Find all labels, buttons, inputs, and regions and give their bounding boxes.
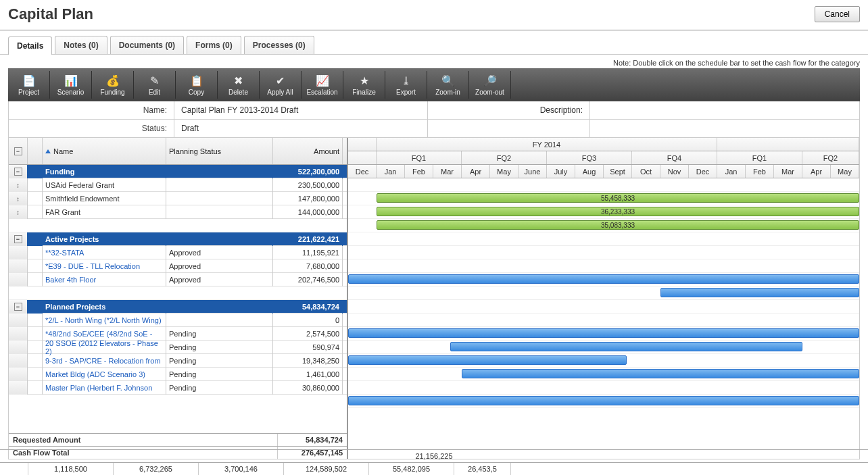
- gantt-bar[interactable]: 55,458,333: [377, 193, 859, 203]
- section-collapse-button[interactable]: −: [14, 303, 22, 311]
- row-name: FAR Grant: [43, 205, 166, 219]
- table-row[interactable]: **32-STATAApproved11,195,921: [9, 246, 347, 259]
- table-row[interactable]: 20 SSOE (2012 Elevators - Phase 2)Pendin…: [9, 341, 347, 354]
- section-title: Planned Projects: [43, 300, 166, 314]
- row-name: *48/2nd SoE/CEE (48/2nd SoE -: [43, 327, 166, 341]
- gantt-bar[interactable]: [348, 274, 859, 284]
- zoom-out-button[interactable]: 🔎Zoom-out: [469, 71, 511, 99]
- row-link[interactable]: *E39 - DUE - TLL Relocation: [45, 262, 140, 270]
- quarter-header: FQ1: [377, 151, 462, 164]
- requested-amount-label: Requested Amount: [9, 434, 277, 446]
- gantt-bar[interactable]: [462, 369, 859, 378]
- finalize-button[interactable]: ★Finalize: [343, 71, 385, 99]
- row-link[interactable]: 20 SSOE (2012 Elevators - Phase 2): [45, 339, 163, 355]
- quarter-header: [348, 151, 377, 164]
- requested-amount-value: 54,834,724: [277, 434, 347, 446]
- collapse-all-button[interactable]: −: [14, 147, 22, 155]
- table-row[interactable]: ↕FAR Grant144,000,000: [9, 205, 347, 219]
- quarter-header: FQ4: [632, 151, 717, 164]
- funding-button[interactable]: 💰Funding: [92, 71, 134, 99]
- drag-handle-icon[interactable]: ↕: [16, 182, 20, 189]
- row-link[interactable]: *2/L - North Wing (*2/L North Wing): [45, 316, 162, 324]
- month-header: Dec: [348, 165, 377, 178]
- tab-forms-[interactable]: Forms (0): [187, 36, 241, 54]
- table-row[interactable]: ↕Smithfield Endowment147,800,000: [9, 192, 347, 205]
- name-value[interactable]: Capital Plan FY 2013-2014 Draft: [174, 101, 428, 119]
- scenario-button[interactable]: 📊Scenario: [50, 71, 92, 99]
- table-row[interactable]: ↕USAid Federal Grant230,500,000: [9, 178, 347, 192]
- zoom-in-icon: 🔍: [429, 74, 467, 87]
- gantt-bar[interactable]: [348, 355, 627, 365]
- status-value: Draft: [174, 120, 428, 137]
- col-amount[interactable]: Amount: [273, 138, 343, 164]
- delete-button[interactable]: ✖Delete: [218, 71, 260, 99]
- row-name: Market Bldg (ADC Scenario 3): [43, 368, 166, 381]
- delete-icon: ✖: [219, 74, 258, 87]
- copy-button[interactable]: 📋Copy: [176, 71, 218, 99]
- row-link[interactable]: Master Plan (Herbert F. Johnson: [45, 384, 152, 392]
- gantt-bar[interactable]: 36,233,333: [377, 207, 859, 216]
- row-status: Approved: [166, 246, 273, 259]
- table-row[interactable]: Baker 4th FloorApproved202,746,500: [9, 273, 347, 286]
- col-name[interactable]: Name: [43, 138, 166, 164]
- row-link[interactable]: *48/2nd SoE/CEE (48/2nd SoE -: [45, 330, 152, 338]
- quarter-header: FQ2: [462, 151, 547, 164]
- drag-handle-icon[interactable]: ↕: [16, 195, 20, 203]
- gantt-bar[interactable]: [348, 396, 859, 405]
- tab-documents-[interactable]: Documents (0): [110, 36, 184, 54]
- row-link[interactable]: **32-STATA: [45, 249, 84, 257]
- row-name: 9-3rd - SAP/CRE - Relocation from: [43, 354, 166, 368]
- row-amount: 1,461,000: [273, 368, 343, 381]
- tab-notes-[interactable]: Notes (0): [55, 36, 107, 54]
- col-planning-status[interactable]: Planning Status: [166, 138, 273, 164]
- cancel-button[interactable]: Cancel: [815, 6, 860, 22]
- edit-button[interactable]: ✎Edit: [134, 71, 176, 99]
- quarter-header: FQ3: [547, 151, 632, 164]
- table-row[interactable]: Market Bldg (ADC Scenario 3)Pending1,461…: [9, 368, 347, 381]
- row-status: Approved: [166, 273, 273, 286]
- tab-details[interactable]: Details: [8, 36, 52, 55]
- gantt-bar[interactable]: [348, 328, 859, 338]
- table-row[interactable]: *2/L - North Wing (*2/L North Wing)0: [9, 314, 347, 327]
- quarter-header: FQ2: [802, 151, 859, 164]
- apply-all-button[interactable]: ✔Apply All: [260, 71, 302, 99]
- table-row[interactable]: Master Plan (Herbert F. JohnsonPending30…: [9, 381, 347, 395]
- month-header: Mar: [774, 165, 802, 178]
- gantt-bar[interactable]: [450, 342, 802, 351]
- row-status: Pending: [166, 381, 273, 395]
- drag-handle-icon[interactable]: ↕: [16, 209, 20, 216]
- gantt-bar[interactable]: [660, 288, 859, 297]
- section-collapse-button[interactable]: −: [14, 168, 22, 176]
- description-label: Description:: [428, 101, 590, 119]
- export-button[interactable]: ⤓Export: [385, 71, 427, 99]
- row-name: *2/L - North Wing (*2/L North Wing): [43, 314, 166, 327]
- month-header: May: [490, 165, 519, 178]
- table-row[interactable]: 9-3rd - SAP/CRE - Relocation fromPending…: [9, 354, 347, 368]
- row-link[interactable]: Baker 4th Floor: [45, 276, 96, 284]
- month-header: Dec: [689, 165, 717, 178]
- gantt-bar[interactable]: 35,083,333: [377, 220, 859, 230]
- table-row[interactable]: *48/2nd SoE/CEE (48/2nd SoE -Pending2,57…: [9, 327, 347, 341]
- copy-icon: 📋: [177, 74, 216, 87]
- table-row[interactable]: *E39 - DUE - TLL RelocationApproved7,680…: [9, 259, 347, 273]
- section-amount: 54,834,724: [273, 300, 343, 314]
- project-icon: 📄: [9, 74, 48, 87]
- tabs: DetailsNotes (0)Documents (0)Forms (0)Pr…: [0, 36, 868, 55]
- row-amount: 147,800,000: [273, 192, 343, 205]
- row-status: Pending: [166, 327, 273, 341]
- year-header: FY 2014: [377, 138, 717, 151]
- month-header: Oct: [632, 165, 660, 178]
- project-button[interactable]: 📄Project: [8, 71, 50, 99]
- escalation-button[interactable]: 📈Escalation: [302, 71, 343, 99]
- row-amount: 144,000,000: [273, 205, 343, 219]
- row-link[interactable]: 9-3rd - SAP/CRE - Relocation from: [45, 357, 161, 365]
- zoom-in-button[interactable]: 🔍Zoom-in: [427, 71, 469, 99]
- quarter-header: FQ1: [717, 151, 802, 164]
- section-amount: 522,300,000: [273, 165, 343, 178]
- month-header: June: [519, 165, 547, 178]
- row-link[interactable]: Market Bldg (ADC Scenario 3): [45, 370, 145, 378]
- tab-processes-[interactable]: Processes (0): [244, 36, 314, 54]
- year-header: [348, 138, 377, 151]
- description-value[interactable]: [590, 101, 859, 119]
- section-collapse-button[interactable]: −: [14, 235, 22, 243]
